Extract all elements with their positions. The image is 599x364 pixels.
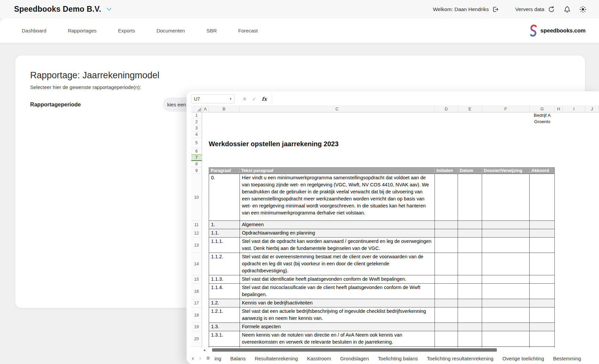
cell-dossier-empty[interactable]	[482, 331, 530, 347]
row-header-19[interactable]: 19	[191, 323, 202, 331]
sheet-tab-bestemming[interactable]: Bestemming	[553, 356, 581, 361]
refresh-icon[interactable]	[547, 5, 555, 13]
cell-akkoord-empty[interactable]	[530, 299, 555, 307]
cell-paragraaf[interactable]: 1.1.4.	[209, 284, 240, 299]
cell-datum-empty[interactable]	[458, 284, 482, 299]
cell-tekst[interactable]: Neem kennis van de notulen van directie …	[240, 331, 435, 347]
row-header-5[interactable]: 5	[191, 138, 202, 148]
column-header-h[interactable]: H	[555, 106, 563, 112]
cell-initialen-empty[interactable]	[435, 284, 458, 299]
column-header-j[interactable]: J	[585, 106, 599, 112]
nav-item-sbr[interactable]: SBR	[206, 28, 217, 33]
sheet-tab-balans[interactable]: Balans	[230, 356, 246, 361]
cell-g1-company[interactable]: Bedrijf A	[530, 113, 555, 118]
row-header-7-selected[interactable]: 7	[191, 155, 202, 161]
nav-item-forecast[interactable]: Forecast	[238, 28, 258, 33]
cell-initialen-empty[interactable]	[435, 307, 458, 323]
sheet-tab-resultatenrekening[interactable]: Resultatenrekening	[255, 356, 298, 361]
cell-paragraaf[interactable]: 1.	[209, 221, 240, 229]
cell-paragraaf[interactable]: 1.3.1.	[209, 331, 240, 347]
cell-dossier-empty[interactable]	[482, 253, 530, 275]
sheet-tab-kasstroom[interactable]: Kasstroom	[307, 356, 331, 361]
cell-initialen-empty[interactable]	[435, 221, 458, 229]
row-header-10[interactable]: 10	[191, 174, 202, 221]
row-header-8[interactable]: 8	[191, 161, 202, 167]
cell-datum-empty[interactable]	[458, 299, 482, 307]
table-header-datum[interactable]: Datum	[458, 168, 482, 174]
row-header-15[interactable]: 15	[191, 275, 202, 284]
column-header-f[interactable]: F	[482, 106, 530, 112]
company-chevron-down-icon[interactable]	[107, 8, 112, 11]
row-header-18[interactable]: 18	[191, 307, 202, 323]
column-header-a[interactable]: A	[202, 106, 209, 112]
column-header-e[interactable]: E	[458, 106, 482, 112]
name-box-chevron-icon[interactable]: ▾	[229, 97, 231, 101]
cell-datum-empty[interactable]	[458, 229, 482, 238]
cell-tekst[interactable]: Algemeen	[240, 221, 435, 229]
cell-akkoord-empty[interactable]	[530, 238, 555, 253]
row-header-3[interactable]: 3	[191, 125, 202, 131]
tab-scroll-right-icon[interactable]: ›	[199, 355, 201, 362]
cell-paragraaf[interactable]: 1.1.1.	[209, 238, 240, 253]
cell-dossier-empty[interactable]	[482, 275, 530, 284]
cell-akkoord-empty[interactable]	[530, 275, 555, 284]
cell-tekst[interactable]: Stel vast dat de opdracht kan worden aan…	[240, 238, 435, 253]
cell-initialen-empty[interactable]	[435, 229, 458, 238]
sheet-tab-overige-toelichting[interactable]: Overige toelichting	[503, 356, 544, 361]
cell-dossier-empty[interactable]	[482, 174, 530, 221]
cell-tekst[interactable]: Stel vast dat een actuele bedrijfsbeschr…	[240, 307, 435, 323]
cell-akkoord-empty[interactable]	[530, 323, 555, 331]
cell-initialen-empty[interactable]	[435, 238, 458, 253]
row-header-12[interactable]: 12	[191, 229, 202, 238]
cell-tekst[interactable]: Hier vindt u een minimumwerkprogramma sa…	[240, 174, 435, 221]
table-header-initialen[interactable]: Initialen	[435, 168, 458, 174]
scrollbar-thumb[interactable]	[212, 348, 497, 352]
cell-dossier-empty[interactable]	[482, 238, 530, 253]
cell-initialen-empty[interactable]	[435, 253, 458, 275]
confirm-icon[interactable]: ✓	[252, 96, 257, 102]
tab-scroll-left-icon[interactable]: ‹	[192, 355, 194, 362]
cell-g2-city[interactable]: Groenlo	[530, 119, 555, 124]
cell-datum-empty[interactable]	[458, 331, 482, 347]
cell-datum-empty[interactable]	[458, 221, 482, 229]
column-header-b[interactable]: B	[209, 106, 240, 112]
row-header-6[interactable]: 6	[191, 148, 202, 155]
row-header-20[interactable]: 20	[191, 331, 202, 347]
cell-paragraaf[interactable]: 1.1.3.	[209, 275, 240, 284]
cell-initialen-empty[interactable]	[435, 331, 458, 347]
cell-akkoord-empty[interactable]	[530, 229, 555, 238]
cell-name-box[interactable]: U7 ▾	[191, 94, 235, 103]
notifications-bell-icon[interactable]	[563, 5, 571, 13]
nav-item-rapportages[interactable]: Rapportages	[68, 28, 96, 33]
cell-akkoord-empty[interactable]	[530, 174, 555, 221]
table-header-tekst[interactable]: Tekst paragraaf	[240, 168, 435, 174]
sheet-tab-grondslagen[interactable]: Grondslagen	[340, 356, 369, 361]
worksheet-title[interactable]: Werkdossier opstellen jaarrekening 2023	[209, 140, 339, 148]
cell-paragraaf[interactable]: 1.3.	[209, 323, 240, 331]
cell-dossier-empty[interactable]	[482, 299, 530, 307]
fx-icon[interactable]: fx	[262, 96, 267, 102]
cell-dossier-empty[interactable]	[482, 229, 530, 238]
cell-initialen-empty[interactable]	[435, 323, 458, 331]
formula-input[interactable]	[275, 94, 596, 103]
cell-paragraaf[interactable]: 1.1.2.	[209, 253, 240, 275]
sheet-menu-icon[interactable]: ≡	[206, 355, 210, 362]
cell-tekst[interactable]: Stel vast dat er overeenstemming bestaat…	[240, 253, 435, 275]
nav-item-documenten[interactable]: Documenten	[156, 28, 185, 33]
cell-akkoord-empty[interactable]	[530, 331, 555, 347]
cell-datum-empty[interactable]	[458, 253, 482, 275]
theme-sun-icon[interactable]	[579, 5, 587, 13]
sheet-tab-toelichting-balans[interactable]: Toelichting balans	[378, 356, 418, 361]
row-header-2[interactable]: 2	[191, 119, 202, 125]
sheet-tab-toelichting-resultatenrekening[interactable]: Toelichting resultatenrekening	[427, 356, 493, 361]
cell-datum-empty[interactable]	[458, 323, 482, 331]
cell-akkoord-empty[interactable]	[530, 307, 555, 323]
cell-datum-empty[interactable]	[458, 238, 482, 253]
table-header-dossier[interactable]: Dossier/Verwijzing	[482, 168, 530, 174]
cell-tekst[interactable]: Opdrachtaanvaarding en planning	[240, 229, 435, 238]
row-header-4[interactable]: 4	[191, 131, 202, 138]
cell-akkoord-empty[interactable]	[530, 253, 555, 275]
scroll-left-icon[interactable]: ◂	[203, 348, 205, 352]
table-header-akkoord[interactable]: Akkoord	[530, 168, 554, 174]
cell-dossier-empty[interactable]	[482, 323, 530, 331]
